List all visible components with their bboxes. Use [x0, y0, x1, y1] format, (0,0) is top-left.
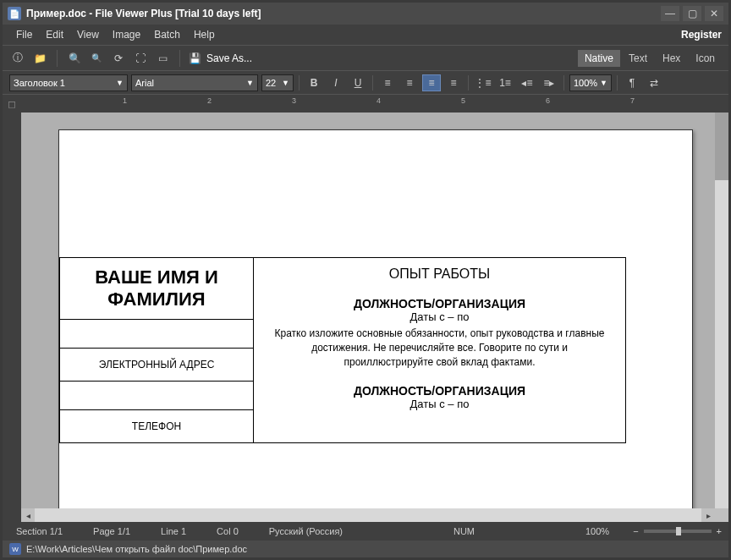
- ruler-corner: ◻: [3, 95, 21, 113]
- paragraph-marks-button[interactable]: ¶: [623, 74, 641, 91]
- menu-batch[interactable]: Batch: [147, 29, 187, 41]
- zoom-in-button[interactable]: 🔍: [66, 50, 83, 67]
- description-1: Кратко изложите основные обязанности, оп…: [266, 327, 613, 369]
- experience-heading: ОПЫТ РАБОТЫ: [266, 266, 613, 282]
- status-line: Line 1: [154, 526, 193, 536]
- format-toolbar: Заголовок 1▼ Arial▼ 22▼ B I U ≡ ≡ ≡ ≡ ⋮≡…: [3, 70, 728, 94]
- menubar: File Edit View Image Batch Help Register: [3, 25, 728, 45]
- zoom-slider-thumb[interactable]: [676, 527, 681, 535]
- save-as-button[interactable]: 💾 Save As...: [189, 52, 252, 64]
- chevron-down-icon: ▼: [600, 79, 607, 87]
- tab-icon[interactable]: Icon: [689, 50, 722, 67]
- dates-2: Даты с – по: [266, 398, 613, 410]
- underline-button[interactable]: U: [349, 74, 367, 91]
- align-justify-button[interactable]: ≡: [444, 74, 463, 91]
- menu-help[interactable]: Help: [187, 29, 222, 41]
- app-icon: 📄: [8, 7, 21, 20]
- number-list-button[interactable]: 1≡: [496, 74, 514, 91]
- file-path: E:\Work\Articles\Чем открыть файл doc\Пр…: [26, 544, 247, 554]
- horizontal-ruler[interactable]: 1 2 3 4 5 6 7: [21, 95, 728, 113]
- empty-cell[interactable]: [60, 320, 253, 349]
- align-right-button[interactable]: ≡: [422, 74, 441, 91]
- scroll-left-icon[interactable]: ◂: [21, 508, 35, 522]
- font-combo[interactable]: Arial▼: [131, 74, 258, 91]
- titlebar: 📄 Пример.doc - File Viewer Plus [Trial 1…: [3, 3, 728, 25]
- menu-edit[interactable]: Edit: [39, 29, 70, 41]
- document-page: ВАШЕ ИМЯ И ФАМИЛИЯ ЭЛЕКТРОННЫЙ АДРЕС ТЕЛ…: [58, 129, 693, 508]
- info-button[interactable]: ⓘ: [9, 50, 26, 67]
- scrollbar-thumb[interactable]: [715, 113, 728, 180]
- minimize-button[interactable]: —: [661, 6, 679, 21]
- style-combo[interactable]: Заголовок 1▼: [9, 74, 128, 91]
- menu-view[interactable]: View: [70, 29, 106, 41]
- zoom-combo[interactable]: 100%▼: [569, 74, 612, 91]
- chevron-down-icon: ▼: [282, 79, 289, 87]
- chevron-down-icon: ▼: [116, 79, 124, 87]
- workspace: ВАШЕ ИМЯ И ФАМИЛИЯ ЭЛЕКТРОННЫЙ АДРЕС ТЕЛ…: [3, 113, 728, 508]
- status-section: Section 1/1: [9, 526, 69, 536]
- chevron-down-icon: ▼: [246, 79, 254, 87]
- phone-label[interactable]: ТЕЛЕФОН: [60, 410, 253, 442]
- dates-1: Даты с – по: [266, 310, 613, 323]
- bold-button[interactable]: B: [305, 74, 323, 91]
- resume-left-column: ВАШЕ ИМЯ И ФАМИЛИЯ ЭЛЕКТРОННЫЙ АДРЕС ТЕЛ…: [59, 257, 254, 443]
- align-left-button[interactable]: ≡: [378, 74, 397, 91]
- vertical-ruler[interactable]: [3, 113, 21, 508]
- vertical-scrollbar[interactable]: [715, 113, 728, 508]
- bullet-list-button[interactable]: ⋮≡: [474, 74, 492, 91]
- zoom-out-icon[interactable]: −: [633, 526, 638, 536]
- tab-native[interactable]: Native: [578, 50, 620, 67]
- resume-right-column[interactable]: ОПЫТ РАБОТЫ ДОЛЖНОСТЬ/ОРГАНИЗАЦИЯ Даты с…: [254, 257, 626, 443]
- status-numlock: NUM: [447, 526, 481, 536]
- text-direction-button[interactable]: ⇄: [645, 74, 663, 91]
- status-language: Русский (Россия): [262, 526, 349, 536]
- status-page: Page 1/1: [86, 526, 137, 536]
- document-canvas[interactable]: ВАШЕ ИМЯ И ФАМИЛИЯ ЭЛЕКТРОННЫЙ АДРЕС ТЕЛ…: [21, 113, 715, 508]
- position-2: ДОЛЖНОСТЬ/ОРГАНИЗАЦИЯ: [266, 384, 613, 398]
- zoom-in-icon[interactable]: +: [717, 526, 722, 536]
- statusbar: Section 1/1 Page 1/1 Line 1 Col 0 Русски…: [3, 522, 728, 541]
- close-button[interactable]: ✕: [705, 6, 723, 21]
- indent-button[interactable]: ≡▸: [540, 74, 558, 91]
- menu-file[interactable]: File: [9, 29, 39, 41]
- actual-size-button[interactable]: ▭: [154, 50, 171, 67]
- menu-image[interactable]: Image: [106, 29, 147, 41]
- zoom-slider[interactable]: [644, 530, 712, 533]
- fit-button[interactable]: ⛶: [132, 50, 149, 67]
- scrollbar-track[interactable]: [35, 508, 701, 522]
- email-label[interactable]: ЭЛЕКТРОННЫЙ АДРЕС: [60, 349, 253, 382]
- ruler: ◻ 1 2 3 4 5 6 7: [3, 94, 728, 113]
- align-center-button[interactable]: ≡: [400, 74, 419, 91]
- maximize-button[interactable]: ▢: [683, 6, 701, 21]
- tab-hex[interactable]: Hex: [656, 50, 687, 67]
- zoom-out-button[interactable]: 🔍: [88, 50, 105, 67]
- save-icon: 💾: [189, 52, 201, 64]
- status-col: Col 0: [210, 526, 245, 536]
- scroll-right-icon[interactable]: ▸: [701, 508, 715, 522]
- rotate-button[interactable]: ⟳: [110, 50, 127, 67]
- open-button[interactable]: 📁: [31, 50, 48, 67]
- status-zoom: 100%: [579, 526, 616, 536]
- main-toolbar: ⓘ 📁 🔍 🔍 ⟳ ⛶ ▭ 💾 Save As... Native Text H…: [3, 45, 728, 70]
- register-button[interactable]: Register: [681, 29, 722, 41]
- name-field[interactable]: ВАШЕ ИМЯ И ФАМИЛИЯ: [60, 258, 253, 320]
- position-1: ДОЛЖНОСТЬ/ОРГАНИЗАЦИЯ: [266, 297, 613, 310]
- horizontal-scrollbar[interactable]: ◂ ▸: [21, 508, 715, 522]
- outdent-button[interactable]: ◂≡: [518, 74, 536, 91]
- window-title: Пример.doc - File Viewer Plus [Trial 10 …: [26, 8, 661, 19]
- document-icon: W: [9, 543, 21, 555]
- tab-text[interactable]: Text: [622, 50, 654, 67]
- font-size-combo[interactable]: 22▼: [261, 74, 294, 91]
- italic-button[interactable]: I: [327, 74, 345, 91]
- pathbar: W E:\Work\Articles\Чем открыть файл doc\…: [3, 541, 728, 557]
- empty-cell[interactable]: [60, 382, 253, 410]
